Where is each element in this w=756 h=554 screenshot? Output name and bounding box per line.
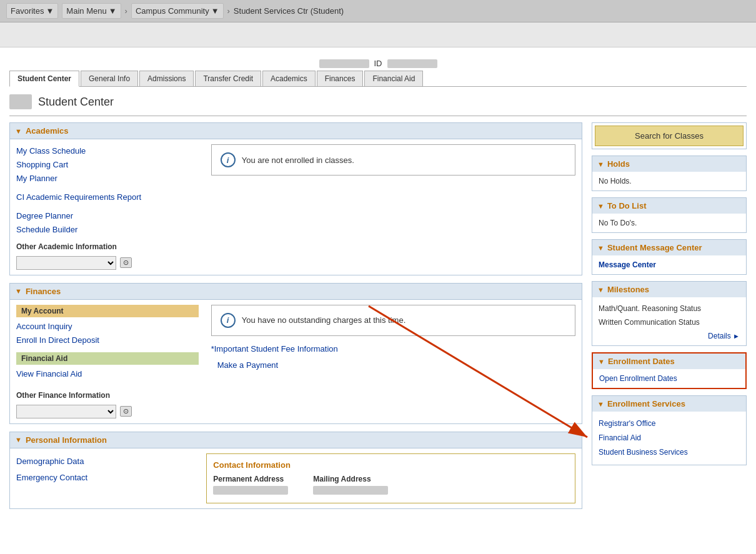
academics-inner: My Class Schedule Shopping Cart My Plann… (16, 144, 575, 270)
enrollment-dates-body: Open Enrollment Dates (593, 369, 745, 388)
page-title-section: Student Center (9, 94, 747, 109)
finances-collapse-icon[interactable]: ▼ (15, 287, 22, 295)
personal-links: Demographic Data Emergency Contact (16, 453, 194, 503)
open-enrollment-link[interactable]: Open Enrollment Dates (599, 374, 677, 383)
other-finance-label-row: Other Finance Information (16, 391, 199, 400)
main-menu-dropdown-icon: ▼ (109, 6, 117, 16)
my-account-label: My Account (16, 305, 199, 317)
tab-admissions[interactable]: Admissions (139, 71, 194, 86)
academics-body: My Class Schedule Shopping Cart My Plann… (9, 139, 582, 275)
financial-aid-link[interactable]: Financial Aid (599, 431, 740, 445)
right-column: Search for Classes ▼ Holds No Holds. (592, 122, 747, 472)
registrars-office-link[interactable]: Registrar's Office (599, 417, 740, 431)
milestone-2: Written Communication Status (599, 316, 740, 330)
campus-community-label: Campus Community (136, 6, 209, 16)
enroll-direct-deposit-link[interactable]: Enroll In Direct Deposit (16, 334, 199, 347)
message-center-body: Message Center (592, 255, 746, 274)
details-arrow-icon: ► (733, 332, 740, 340)
make-payment-link[interactable]: Make a Payment (211, 357, 575, 373)
schedule-builder-link[interactable]: Schedule Builder (16, 223, 199, 237)
message-center-link[interactable]: Message Center (599, 260, 656, 269)
personal-inner: Demographic Data Emergency Contact Conta… (16, 453, 575, 503)
main-menu-label: Main Menu (66, 6, 106, 16)
main-menu[interactable]: Main Menu ▼ (62, 3, 121, 19)
enrollment-dates-collapse-icon[interactable]: ▼ (598, 358, 605, 365)
academics-main-links: My Class Schedule Shopping Cart My Plann… (16, 144, 199, 185)
shopping-cart-link[interactable]: Shopping Cart (16, 158, 199, 172)
milestones-widget: ▼ Milestones Math/Quant. Reasoning Statu… (592, 281, 747, 346)
personal-body: Demographic Data Emergency Contact Conta… (9, 448, 582, 509)
account-inquiry-link[interactable]: Account Inquiry (16, 320, 199, 334)
no-holds-text: No Holds. (599, 177, 632, 185)
enrollment-services-body: Registrar's Office Financial Aid Student… (592, 412, 746, 464)
not-enrolled-msg: You are not enrolled in classes. (242, 156, 354, 165)
personal-title: Personal Information (26, 435, 107, 445)
milestones-details-link[interactable]: Details (708, 332, 731, 340)
user-name-blurred (319, 59, 369, 68)
tab-general-info[interactable]: General Info (81, 71, 138, 86)
enrollment-services-collapse-icon[interactable]: ▼ (597, 400, 604, 408)
milestones-body: Math/Quant. Reasoning Status Written Com… (592, 297, 746, 345)
favorites-menu[interactable]: Favorites ▼ (6, 3, 58, 19)
page-title-icon (9, 94, 32, 109)
other-finance-select[interactable] (16, 405, 116, 418)
other-finance-go-btn[interactable]: ⊙ (120, 406, 132, 417)
message-center-title: Student Message Center (607, 243, 702, 252)
finances-inner: My Account Account Inquiry Enroll In Dir… (16, 305, 575, 418)
tab-finances[interactable]: Finances (317, 71, 364, 86)
not-enrolled-box: i You are not enrolled in classes. (211, 144, 575, 176)
message-collapse-icon[interactable]: ▼ (597, 244, 604, 252)
no-todos-text: No To Do's. (599, 219, 637, 227)
other-academic-select[interactable] (16, 256, 116, 270)
demographic-link[interactable]: Demographic Data (16, 453, 194, 470)
other-academic-row: Other Academic Information (16, 242, 199, 251)
permanent-address-label: Permanent Address (213, 475, 288, 483)
tab-student-center[interactable]: Student Center (9, 71, 79, 87)
view-financial-aid-link[interactable]: View Financial Aid (16, 367, 199, 381)
my-class-schedule-link[interactable]: My Class Schedule (16, 144, 199, 158)
content-layout: ▼ Academics My Class Schedule Shopping C… (9, 122, 747, 517)
favorites-label: Favorites (11, 6, 44, 16)
permanent-address-col: Permanent Address (213, 475, 288, 497)
degree-planner-link[interactable]: Degree Planner (16, 209, 199, 223)
permanent-address-blurred (213, 486, 288, 495)
tab-transfer-credit[interactable]: Transfer Credit (195, 71, 261, 86)
ci-academic-link[interactable]: CI Academic Requirements Report (16, 190, 199, 204)
milestones-collapse-icon[interactable]: ▼ (597, 286, 604, 294)
todo-header: ▼ To Do List (592, 198, 746, 214)
favorites-dropdown-icon: ▼ (46, 6, 54, 16)
personal-section: ▼ Personal Information Demographic Data … (9, 432, 582, 509)
academics-collapse-icon[interactable]: ▼ (15, 127, 22, 135)
academics-links: My Class Schedule Shopping Cart My Plann… (16, 144, 199, 270)
campus-community-dropdown-icon: ▼ (211, 6, 219, 16)
tab-academics[interactable]: Academics (262, 71, 316, 86)
user-info-row: ID (9, 54, 747, 71)
todo-collapse-icon[interactable]: ▼ (597, 202, 604, 210)
campus-community-menu[interactable]: Campus Community ▼ (131, 3, 224, 19)
student-services-link: Student Services Ctr (Student) (234, 6, 344, 16)
other-academic-label: Other Academic Information (16, 242, 117, 251)
nav-separator-2: › (227, 6, 230, 16)
tab-financial-aid[interactable]: Financial Aid (364, 71, 423, 86)
search-classes-btn[interactable]: Search for Classes (595, 126, 744, 146)
my-planner-link[interactable]: My Planner (16, 172, 199, 185)
finances-info: i You have no outstanding charges at thi… (211, 305, 575, 373)
contact-info-title: Contact Information (213, 460, 569, 470)
holds-collapse-icon[interactable]: ▼ (597, 161, 604, 168)
personal-collapse-icon[interactable]: ▼ (15, 436, 22, 443)
emergency-contact-link[interactable]: Emergency Contact (16, 470, 194, 486)
user-id-blurred (387, 59, 437, 68)
nav-separator-1: › (125, 6, 127, 16)
student-business-link[interactable]: Student Business Services (599, 445, 740, 460)
other-academic-go-btn[interactable]: ⊙ (120, 257, 132, 268)
important-fee-link[interactable]: *Important Student Fee Information (211, 341, 575, 357)
financial-aid-label: Financial Aid (16, 352, 199, 365)
tab-bar: Student Center General Info Admissions T… (9, 71, 747, 87)
address-cols: Permanent Address Mailing Address (213, 475, 569, 497)
enrollment-services-title: Enrollment Services (607, 399, 685, 408)
academics-section: ▼ Academics My Class Schedule Shopping C… (9, 122, 582, 275)
holds-title: Holds (607, 159, 630, 169)
page-title-divider (9, 116, 747, 116)
no-charges-msg: You have no outstanding charges at this … (242, 315, 406, 325)
message-center-widget: ▼ Student Message Center Message Center (592, 239, 747, 275)
